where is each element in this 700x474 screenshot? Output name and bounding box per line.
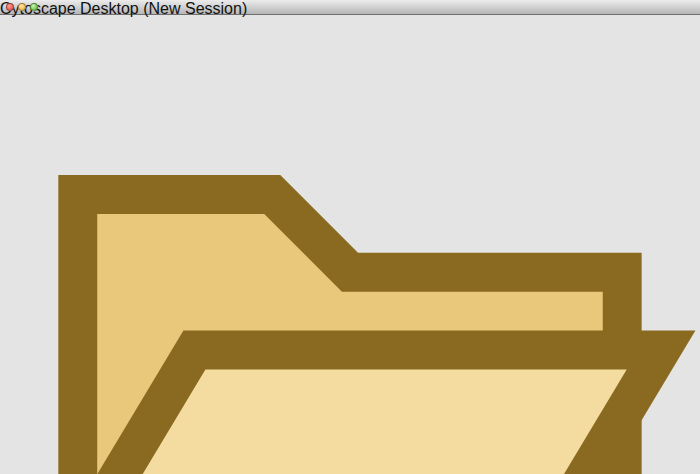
cytoscape-window: Cytoscape Desktop (New Session) Search: bbox=[0, 0, 700, 474]
main-toolbar: Search: ▼ bbox=[0, 0, 700, 474]
window-titlebar: Cytoscape Desktop (New Session) bbox=[0, 0, 700, 15]
window-title: Cytoscape Desktop (New Session) bbox=[0, 0, 700, 18]
zoom-button[interactable] bbox=[30, 3, 38, 11]
close-button[interactable] bbox=[6, 3, 14, 11]
open-file-icon[interactable] bbox=[0, 0, 700, 474]
minimize-button[interactable] bbox=[18, 3, 26, 11]
